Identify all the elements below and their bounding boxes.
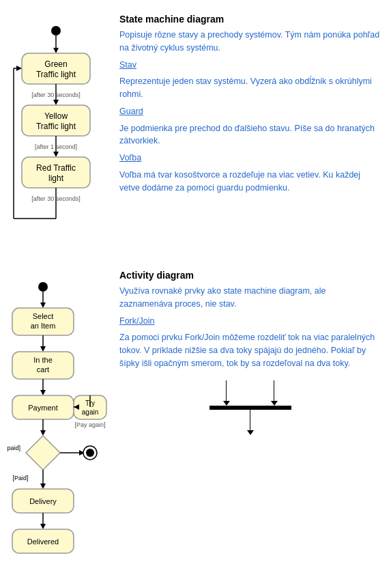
svg-text:Select: Select (32, 312, 53, 320)
svg-text:Delivered: Delivered (27, 537, 58, 546)
fork-left-arrow (223, 380, 230, 406)
svg-text:light: light (48, 173, 64, 183)
state-machine-diagram: Green Traffic light [after 30 seconds] Y… (3, 14, 109, 256)
activity-text-panel: Activity diagram Využíva rovnaké prvky a… (109, 270, 388, 588)
svg-text:[after 1 second]: [after 1 second] (35, 143, 77, 150)
fork-right-arrow (271, 380, 278, 406)
svg-text:again: again (81, 408, 98, 416)
svg-marker-40 (40, 484, 46, 489)
svg-text:[Not paid]: [Not paid] (5, 445, 20, 451)
section1-stav-text: Reprezentuje jeden stav systému. Vyzerá … (119, 75, 381, 101)
svg-text:[after 30 seconds]: [after 30 seconds] (31, 195, 81, 202)
state-machine-svg: Green Traffic light [after 30 seconds] Y… (7, 20, 106, 256)
svg-text:an Item: an Item (30, 322, 55, 330)
svg-text:Delivery: Delivery (29, 497, 57, 505)
svg-marker-20 (16, 66, 22, 71)
section2-fork-join-label: Fork/Join (119, 315, 381, 328)
svg-marker-10 (53, 152, 59, 157)
svg-text:Yellow: Yellow (44, 111, 68, 121)
section2-description1: Využíva rovnaké prvky ako state machine … (119, 285, 381, 311)
svg-marker-5 (53, 100, 59, 105)
section1-stav-label: Stav (119, 59, 381, 72)
svg-marker-30 (40, 390, 46, 395)
section2-fork-join-text: Za pomoci prvku Fork/Join môžeme rozdeli… (119, 331, 381, 369)
svg-text:[after 30 seconds]: [after 30 seconds] (31, 92, 81, 98)
section1: Green Traffic light [after 30 seconds] Y… (0, 14, 391, 256)
decision-diamond (26, 436, 60, 470)
activity-svg: Select an Item In the cart Payment (5, 277, 108, 588)
svg-text:[Paid]: [Paid] (12, 475, 28, 481)
svg-text:[Pay again]: [Pay again] (74, 421, 105, 428)
section1-volba-text: Voľba má tvar kosoštvorce a rozdeľuje na… (119, 169, 381, 195)
section1-guard-label: Guard (119, 105, 381, 118)
activity-start-dot (38, 282, 48, 292)
svg-text:Traffic light: Traffic light (36, 70, 76, 79)
section1-description: Popisuje rôzne stavy a prechody systémov… (119, 29, 381, 55)
svg-text:Green: Green (44, 59, 67, 69)
fork-arrows-top (223, 380, 278, 406)
svg-point-37 (86, 449, 94, 457)
svg-text:Traffic light: Traffic light (36, 122, 76, 131)
page: Green Traffic light [after 30 seconds] Y… (0, 0, 391, 588)
svg-text:cart: cart (36, 365, 48, 374)
svg-marker-33 (40, 430, 46, 436)
svg-text:In the: In the (33, 356, 53, 364)
section1-guard-text: Je podmienka pre prechod do ďalšieho sta… (119, 122, 381, 148)
svg-marker-26 (40, 346, 46, 352)
svg-marker-43 (40, 524, 46, 529)
state-machine-text-panel: State machine diagram Popisuje rôzne sta… (109, 14, 388, 256)
start-dot (51, 26, 61, 36)
section1-title: State machine diagram (119, 14, 381, 25)
svg-marker-22 (40, 303, 46, 308)
fork-join-visual (119, 380, 381, 435)
svg-text:Payment: Payment (28, 404, 57, 412)
svg-marker-1 (53, 48, 59, 53)
section2-title: Activity diagram (119, 270, 381, 281)
fork-bottom-arrow (247, 410, 254, 435)
section1-volba-label: Voľba (119, 152, 381, 165)
section2: Select an Item In the cart Payment (0, 270, 391, 588)
activity-diagram: Select an Item In the cart Payment (3, 270, 109, 588)
svg-text:Red Traffic: Red Traffic (36, 163, 76, 173)
